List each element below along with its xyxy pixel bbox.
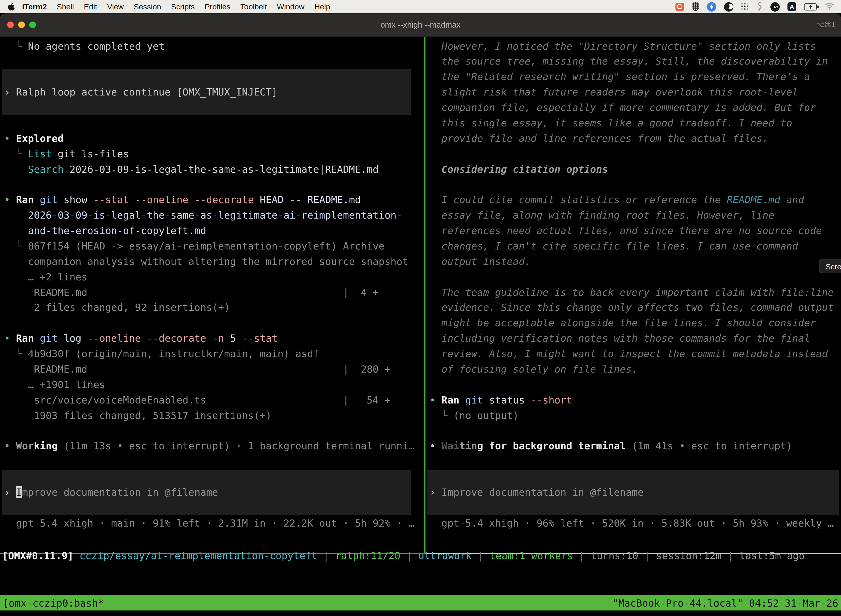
terminal-window: omx --xhigh --madmax ⌥⌘1 └ No agents com… xyxy=(0,13,841,616)
terminal-line xyxy=(0,115,424,131)
left-pane[interactable]: └ No agents completed yet› Ralph loop ac… xyxy=(0,37,424,553)
menu-item-help[interactable]: Help xyxy=(309,2,335,11)
battery-percent-badge-icon[interactable]: ..61 xyxy=(771,2,780,11)
terminal-line xyxy=(0,469,424,485)
terminal-line: provide file and line references from th… xyxy=(425,131,841,146)
terminal-line xyxy=(0,500,424,516)
terminal-line: references need actual files, and since … xyxy=(425,223,841,238)
terminal-line: └ 067f154 (HEAD -> essay/ai-reimplementa… xyxy=(0,238,424,254)
menu-item-window[interactable]: Window xyxy=(272,2,309,11)
left-pane-lines: └ No agents completed yet› Ralph loop ac… xyxy=(0,38,424,531)
terminal-line: However, I noticed the "Directory Struct… xyxy=(425,38,841,54)
menu-item-scripts[interactable]: Scripts xyxy=(166,2,200,11)
terminal-line: this single essay, it seems like a good … xyxy=(425,115,841,131)
terminal-line: • Ran git show --stat --oneline --decora… xyxy=(0,192,424,208)
terminal-line: evidence. Since this change only affects… xyxy=(425,300,841,315)
terminal-line: └ (no output) xyxy=(425,408,841,423)
menu-item-iterm2[interactable]: iTerm2 xyxy=(17,2,52,11)
terminal-line: companion analysis without altering the … xyxy=(0,254,424,269)
terminal-line xyxy=(425,146,841,161)
terminal-line: companion file, especially if more comme… xyxy=(425,100,841,115)
window-shortcut-badge: ⌥⌘1 xyxy=(816,13,835,37)
terminal-line: gpt-5.4 xhigh · main · 91% left · 2.31M … xyxy=(0,515,424,531)
apple-menu-icon[interactable] xyxy=(8,2,15,11)
terminal-line: › Improve documentation in @filename xyxy=(0,485,424,500)
menu-item-edit[interactable]: Edit xyxy=(79,2,102,11)
menu-item-profiles[interactable]: Profiles xyxy=(200,2,235,11)
squiggle-icon[interactable] xyxy=(757,1,763,12)
terminal-line: • Ran git log --oneline --decorate -n 5 … xyxy=(0,331,424,346)
battery-icon[interactable] xyxy=(804,3,817,10)
terminal-line: README.md | 280 + xyxy=(0,362,424,377)
window-title: omx --xhigh --madmax xyxy=(0,13,841,37)
terminal-line xyxy=(0,177,424,192)
terminal-line: README.md | 4 + xyxy=(0,285,424,300)
terminal-line: review. Also, I might want to inspect th… xyxy=(425,346,841,362)
terminal-line xyxy=(0,69,424,85)
terminal-line xyxy=(0,100,424,115)
terminal-line: might be acceptable alongside the file l… xyxy=(425,315,841,331)
terminal-line: … +1901 lines xyxy=(0,377,424,392)
blue-bolt-icon[interactable] xyxy=(707,2,716,11)
menu-item-view[interactable]: View xyxy=(102,2,129,11)
terminal-line: slight risk that future readers may over… xyxy=(425,84,841,100)
menu-bar: iTerm2 ShellEditViewSessionScriptsProfil… xyxy=(0,0,841,13)
terminal-line: › Improve documentation in @filename xyxy=(425,485,841,500)
right-pane[interactable]: However, I noticed the "Directory Struct… xyxy=(425,37,841,553)
terminal-line: • Working (11m 13s • esc to interrupt) ·… xyxy=(0,439,424,454)
terminal-line: The team guideline is to back every impo… xyxy=(425,285,841,300)
terminal-line xyxy=(0,454,424,469)
terminal-line: and-the-erosion-of-copyleft.md xyxy=(0,223,424,238)
screen: iTerm2 ShellEditViewSessionScriptsProfil… xyxy=(0,0,841,616)
terminal-line: output instead. xyxy=(425,254,841,269)
omx-status-line: [OMX#0.11.9] cczip/essay/ai-reimplementa… xyxy=(0,548,841,563)
terminal-line: Search 2026-03-09-is-legal-the-same-as-l… xyxy=(0,161,424,177)
terminal-line: Considering citation options xyxy=(425,161,841,177)
terminal-line xyxy=(0,54,424,69)
terminal-line: └ List git ls-files xyxy=(0,146,424,161)
terminal-line xyxy=(425,469,841,485)
screen-share-tooltip: Scre xyxy=(819,259,841,273)
right-pane-lines: However, I noticed the "Directory Struct… xyxy=(425,38,841,531)
terminal-line xyxy=(425,269,841,285)
terminal-line: └ No agents completed yet xyxy=(0,38,424,54)
terminal-line xyxy=(425,377,841,392)
terminal-line xyxy=(0,315,424,331)
terminal-line: essay file, along with finding root file… xyxy=(425,208,841,223)
terminal-line: the source tree, missing the essay. Stil… xyxy=(425,54,841,69)
terminal-line: › Ralph loop active continue [OMX_TMUX_I… xyxy=(0,84,424,100)
a-square-icon[interactable]: A xyxy=(787,2,796,11)
terminal-line: • Waiting for background terminal (1m 41… xyxy=(425,439,841,454)
terminal-line: src/voice/voiceModeEnabled.ts | 54 + xyxy=(0,392,424,408)
terminal-line xyxy=(425,500,841,516)
terminal-line: • Ran git status --short xyxy=(425,392,841,408)
terminal-line: I could cite commit statistics or refere… xyxy=(425,192,841,208)
chat-app-icon[interactable] xyxy=(675,3,684,11)
crescent-icon[interactable] xyxy=(724,2,733,11)
menu-item-shell[interactable]: Shell xyxy=(52,2,79,11)
wifi-icon[interactable] xyxy=(825,2,834,11)
terminal-line: changes, I can't cite specific file line… xyxy=(425,238,841,254)
tmux-window-name[interactable]: [omx-cczip0:bash* xyxy=(3,597,104,609)
tmux-host-time: "MacBook-Pro-44.local" 04:52 31-Mar-26 xyxy=(612,597,838,609)
terminal-line xyxy=(0,423,424,439)
terminal-line: 2026-03-09-is-legal-the-same-as-legitima… xyxy=(0,208,424,223)
title-bar: omx --xhigh --madmax ⌥⌘1 xyxy=(0,13,841,37)
terminal-line: • Explored xyxy=(0,131,424,146)
terminal-line xyxy=(425,423,841,439)
menu-item-toolbelt[interactable]: Toolbelt xyxy=(235,2,272,11)
dots-grid-icon[interactable] xyxy=(741,3,749,10)
tmux-status-bar: [omx-cczip0:bash* "MacBook-Pro-44.local"… xyxy=(0,595,841,610)
terminal-line: … +2 lines xyxy=(0,269,424,285)
terminal-line: gpt-5.4 xhigh · 96% left · 520K in · 5.8… xyxy=(425,515,841,531)
terminal-line: 2 files changed, 92 insertions(+) xyxy=(0,300,424,315)
menu-items: ShellEditViewSessionScriptsProfilesToolb… xyxy=(52,2,335,11)
terminal-line xyxy=(425,454,841,469)
shield-grid-icon[interactable] xyxy=(692,2,699,11)
menu-bar-status-icons: ..61 A xyxy=(675,1,841,12)
menu-item-session[interactable]: Session xyxy=(129,2,166,11)
terminal-line: including verification notes with those … xyxy=(425,331,841,346)
terminal-content: └ No agents completed yet› Ralph loop ac… xyxy=(0,37,841,616)
terminal-line: 1903 files changed, 513517 insertions(+) xyxy=(0,408,424,423)
terminal-line: [OMX#0.11.9] cczip/essay/ai-reimplementa… xyxy=(0,548,841,563)
